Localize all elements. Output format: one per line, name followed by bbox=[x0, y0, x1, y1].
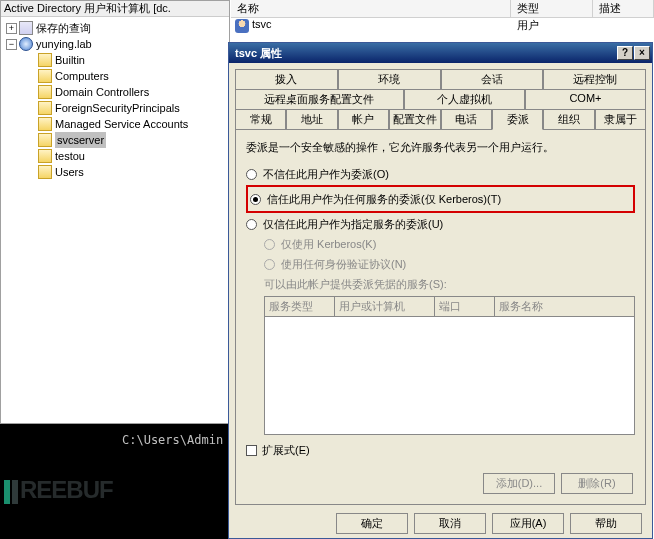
services-table-body[interactable] bbox=[264, 317, 635, 435]
th-user-computer[interactable]: 用户或计算机 bbox=[335, 297, 435, 316]
tab-profile[interactable]: 配置文件 bbox=[389, 109, 440, 130]
folder-icon bbox=[38, 101, 52, 115]
col-desc[interactable]: 描述 bbox=[593, 0, 654, 17]
list-header: 名称 类型 描述 bbox=[231, 0, 654, 18]
radio-label: 仅使用 Kerberos(K) bbox=[281, 237, 376, 252]
ok-button[interactable]: 确定 bbox=[336, 513, 408, 534]
dialog-title: tsvc 属性 bbox=[235, 46, 282, 61]
col-type[interactable]: 类型 bbox=[511, 0, 593, 17]
plus-icon[interactable]: + bbox=[6, 23, 17, 34]
radio-label: 不信任此用户作为委派(O) bbox=[263, 167, 389, 182]
th-port[interactable]: 端口 bbox=[435, 297, 495, 316]
th-service-name[interactable]: 服务名称 bbox=[495, 297, 634, 316]
watermark: REEBUF bbox=[4, 476, 113, 504]
list-cell-name: tsvc bbox=[252, 18, 272, 30]
tree-label: yunying.lab bbox=[36, 36, 92, 52]
radio-icon bbox=[246, 219, 257, 230]
tab-dialin[interactable]: 拨入 bbox=[235, 69, 338, 89]
delegation-desc: 委派是一个安全敏感的操作，它允许服务代表另一个用户运行。 bbox=[246, 140, 635, 155]
radio-any-auth: 使用任何身份验证协议(N) bbox=[264, 255, 635, 273]
tree-label: Builtin bbox=[55, 52, 85, 68]
radio-kerberos-only: 仅使用 Kerberos(K) bbox=[264, 235, 635, 253]
ad-tree: + 保存的查询 − yunying.lab Builtin Computers … bbox=[1, 17, 229, 180]
checkbox-label: 扩展式(E) bbox=[262, 443, 310, 458]
tree-node-computers[interactable]: Computers bbox=[4, 68, 229, 84]
tab-general[interactable]: 常规 bbox=[235, 109, 286, 130]
domain-icon bbox=[19, 37, 33, 51]
radio-icon bbox=[264, 239, 275, 250]
tree-node-domain-controllers[interactable]: Domain Controllers bbox=[4, 84, 229, 100]
folder-icon bbox=[38, 85, 52, 99]
minus-icon[interactable]: − bbox=[6, 39, 17, 50]
close-button[interactable]: × bbox=[634, 46, 650, 60]
folder-icon bbox=[38, 117, 52, 131]
services-label: 可以由此帐户提供委派凭据的服务(S): bbox=[264, 277, 635, 292]
tree-label: Computers bbox=[55, 68, 109, 84]
checkbox-icon bbox=[246, 445, 257, 456]
list-cell-desc bbox=[593, 18, 654, 36]
tab-environment[interactable]: 环境 bbox=[338, 69, 441, 89]
folder-icon bbox=[38, 133, 52, 147]
console-path: C:\Users\Admin bbox=[122, 433, 223, 447]
tree-label: Managed Service Accounts bbox=[55, 116, 188, 132]
th-service-type[interactable]: 服务类型 bbox=[265, 297, 335, 316]
add-button[interactable]: 添加(D)... bbox=[483, 473, 555, 494]
list-cell-type: 用户 bbox=[511, 18, 593, 36]
cancel-button[interactable]: 取消 bbox=[414, 513, 486, 534]
tab-rds-profile[interactable]: 远程桌面服务配置文件 bbox=[235, 89, 404, 109]
properties-dialog: tsvc 属性 ? × 拨入 环境 会话 远程控制 远程桌面服务配置文件 个人虚… bbox=[228, 42, 653, 539]
tab-member-of[interactable]: 隶属于 bbox=[595, 109, 646, 130]
tree-node-testou[interactable]: testou bbox=[4, 148, 229, 164]
tab-remote-control[interactable]: 远程控制 bbox=[543, 69, 646, 89]
radio-icon bbox=[264, 259, 275, 270]
tab-address[interactable]: 地址 bbox=[286, 109, 337, 130]
services-table: 服务类型 用户或计算机 端口 服务名称 bbox=[264, 296, 635, 435]
delegation-panel: 委派是一个安全敏感的操作，它允许服务代表另一个用户运行。 不信任此用户作为委派(… bbox=[235, 129, 646, 505]
radio-label: 信任此用户作为任何服务的委派(仅 Kerberos)(T) bbox=[267, 192, 501, 207]
folder-icon bbox=[38, 149, 52, 163]
tab-personal-vm[interactable]: 个人虚拟机 bbox=[404, 89, 525, 109]
tree-label: ForeignSecurityPrincipals bbox=[55, 100, 180, 116]
tree-node-fsp[interactable]: ForeignSecurityPrincipals bbox=[4, 100, 229, 116]
saved-queries-icon bbox=[19, 21, 33, 35]
dialog-button-row: 确定 取消 应用(A) 帮助 bbox=[229, 505, 652, 539]
tree-label: Domain Controllers bbox=[55, 84, 149, 100]
tree-node-msa[interactable]: Managed Service Accounts bbox=[4, 116, 229, 132]
tree-domain[interactable]: − yunying.lab bbox=[4, 36, 229, 52]
tree-node-builtin[interactable]: Builtin bbox=[4, 52, 229, 68]
apply-button[interactable]: 应用(A) bbox=[492, 513, 564, 534]
radio-icon bbox=[250, 194, 261, 205]
tab-delegation[interactable]: 委派 bbox=[492, 109, 543, 130]
tree-node-users[interactable]: Users bbox=[4, 164, 229, 180]
radio-no-trust[interactable]: 不信任此用户作为委派(O) bbox=[246, 165, 635, 183]
remove-button[interactable]: 删除(R) bbox=[561, 473, 633, 494]
highlight-box: 信任此用户作为任何服务的委派(仅 Kerberos)(T) bbox=[246, 185, 635, 213]
tab-phone[interactable]: 电话 bbox=[441, 109, 492, 130]
tree-node-svcserver[interactable]: svcserver bbox=[4, 132, 229, 148]
help-button[interactable]: ? bbox=[617, 46, 633, 60]
expanded-checkbox-row[interactable]: 扩展式(E) bbox=[246, 443, 635, 458]
tab-sessions[interactable]: 会话 bbox=[441, 69, 544, 89]
help-button[interactable]: 帮助 bbox=[570, 513, 642, 534]
tree-label: 保存的查询 bbox=[36, 20, 91, 36]
radio-label: 使用任何身份验证协议(N) bbox=[281, 257, 406, 272]
ad-tree-panel: Active Directory 用户和计算机 [dc. + 保存的查询 − y… bbox=[0, 0, 230, 424]
tab-row-3: 常规 地址 帐户 配置文件 电话 委派 组织 隶属于 bbox=[235, 109, 646, 130]
folder-icon bbox=[38, 53, 52, 67]
tab-row-2: 远程桌面服务配置文件 个人虚拟机 COM+ bbox=[235, 89, 646, 109]
tab-complus[interactable]: COM+ bbox=[525, 89, 646, 109]
dialog-titlebar[interactable]: tsvc 属性 ? × bbox=[229, 43, 652, 63]
user-icon bbox=[235, 19, 249, 33]
col-name[interactable]: 名称 bbox=[231, 0, 511, 17]
tree-saved-queries[interactable]: + 保存的查询 bbox=[4, 20, 229, 36]
tab-organization[interactable]: 组织 bbox=[543, 109, 594, 130]
ad-title: Active Directory 用户和计算机 [dc. bbox=[1, 1, 229, 17]
radio-trust-specified[interactable]: 仅信任此用户作为指定服务的委派(U) bbox=[246, 215, 635, 233]
tab-row-1: 拨入 环境 会话 远程控制 bbox=[235, 69, 646, 89]
tab-account[interactable]: 帐户 bbox=[338, 109, 389, 130]
tree-label: svcserver bbox=[55, 132, 106, 148]
object-list: 名称 类型 描述 tsvc 用户 bbox=[231, 0, 654, 42]
tree-label: Users bbox=[55, 164, 84, 180]
radio-trust-any[interactable]: 信任此用户作为任何服务的委派(仅 Kerberos)(T) bbox=[250, 190, 631, 208]
list-row[interactable]: tsvc 用户 bbox=[231, 18, 654, 36]
